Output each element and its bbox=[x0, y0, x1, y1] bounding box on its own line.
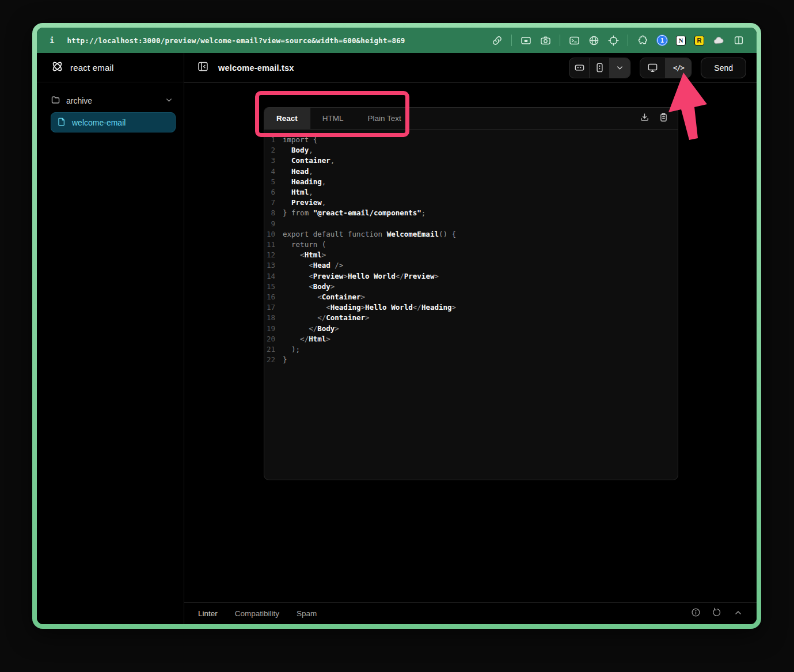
picture-in-picture-icon[interactable] bbox=[521, 35, 531, 46]
folder-label: archive bbox=[66, 96, 92, 105]
info-circle-icon[interactable] bbox=[691, 608, 701, 620]
line-number: 5 bbox=[264, 177, 283, 187]
camera-icon[interactable] bbox=[540, 35, 551, 46]
code-lines[interactable]: 1import {2 Body,3 Container,4 Head,5 Hea… bbox=[264, 130, 678, 480]
page-title: welcome-email.tsx bbox=[218, 63, 294, 73]
info-icon[interactable]: i bbox=[50, 36, 54, 45]
line-number: 6 bbox=[264, 187, 283, 198]
download-icon[interactable] bbox=[640, 112, 649, 124]
code-line: 5 Heading, bbox=[264, 177, 678, 187]
react-email-logo-icon bbox=[51, 60, 64, 75]
terminal-icon[interactable] bbox=[569, 35, 580, 46]
source-code-panel: React HTML Plain Text bbox=[264, 107, 678, 480]
code-line: 22} bbox=[264, 355, 678, 365]
toolbar-divider bbox=[628, 35, 628, 46]
source-format-tabs: React HTML Plain Text bbox=[264, 108, 678, 130]
code-line: 8} from "@react-email/components"; bbox=[264, 208, 678, 218]
react-email-app: react email archive bbox=[37, 53, 757, 624]
split-view-icon[interactable] bbox=[734, 35, 744, 45]
line-number: 4 bbox=[264, 166, 283, 177]
line-number: 3 bbox=[264, 155, 283, 166]
viewport-size-controls bbox=[569, 58, 630, 78]
line-number: 8 bbox=[264, 208, 283, 218]
line-number: 2 bbox=[264, 145, 283, 155]
code-line: 7 Preview, bbox=[264, 198, 678, 208]
browser-url-bar[interactable]: i http://localhost:3000/preview/welcome-… bbox=[37, 28, 757, 53]
chevron-up-icon[interactable] bbox=[734, 608, 743, 620]
toolbar-divider bbox=[511, 35, 512, 46]
code-icon: </> bbox=[673, 64, 684, 72]
line-number: 11 bbox=[264, 240, 283, 250]
code-line: 11 return ( bbox=[264, 240, 678, 250]
brand[interactable]: react email bbox=[37, 53, 184, 82]
sidebar-item-welcome-email[interactable]: welcome-email bbox=[51, 112, 176, 132]
code-line: 20 </Html> bbox=[264, 334, 678, 344]
code-line: 17 <Heading>Hello World</Heading> bbox=[264, 302, 678, 313]
onepassword-icon[interactable]: 1 bbox=[657, 35, 667, 45]
code-line: 19 </Body> bbox=[264, 324, 678, 334]
sidebar: react email archive bbox=[37, 53, 184, 624]
view-source-button[interactable]: </> bbox=[666, 58, 691, 78]
brand-label: react email bbox=[70, 63, 114, 73]
cloud-icon[interactable] bbox=[713, 35, 725, 47]
bottom-bar: Linter Compatibility Spam bbox=[184, 602, 757, 624]
email-tree: archive welcome-email bbox=[37, 82, 184, 132]
tab-react[interactable]: React bbox=[264, 108, 310, 129]
line-number: 9 bbox=[264, 219, 283, 229]
chevron-down-icon[interactable] bbox=[165, 96, 173, 106]
code-line: 4 Head, bbox=[264, 166, 678, 177]
sidebar-folder-archive[interactable]: archive bbox=[43, 92, 178, 110]
browser-window: i http://localhost:3000/preview/welcome-… bbox=[32, 23, 761, 629]
line-number: 22 bbox=[264, 355, 283, 365]
code-line: 2 Body, bbox=[264, 145, 678, 155]
line-number: 12 bbox=[264, 250, 283, 260]
sidebar-item-label: welcome-email bbox=[72, 118, 126, 127]
viewport-dropdown-button[interactable] bbox=[610, 58, 630, 78]
send-button[interactable]: Send bbox=[701, 58, 746, 78]
collapse-sidebar-icon[interactable] bbox=[197, 60, 209, 75]
line-number: 1 bbox=[264, 135, 283, 145]
main-panel: welcome-email.tsx bbox=[184, 53, 757, 624]
code-line: 16 <Container> bbox=[264, 292, 678, 302]
link-icon[interactable] bbox=[492, 35, 503, 46]
line-number: 17 bbox=[264, 302, 283, 313]
line-number: 19 bbox=[264, 324, 283, 334]
tab-linter[interactable]: Linter bbox=[198, 609, 218, 618]
code-line: 3 Container, bbox=[264, 155, 678, 166]
tab-plain-text[interactable]: Plain Text bbox=[356, 108, 413, 129]
url-text[interactable]: http://localhost:3000/preview/welcome-em… bbox=[67, 36, 405, 45]
crosshair-icon[interactable] bbox=[608, 35, 619, 46]
notion-icon[interactable]: N bbox=[676, 36, 686, 45]
code-line: 6 Html, bbox=[264, 187, 678, 198]
view-mode-controls: </> bbox=[640, 58, 692, 78]
code-line: 21 ); bbox=[264, 344, 678, 355]
code-line: 10export default function WelcomeEmail()… bbox=[264, 229, 678, 240]
code-line: 14 <Preview>Hello World</Preview> bbox=[264, 271, 678, 282]
code-line: 9 bbox=[264, 219, 678, 229]
toolbar-divider bbox=[560, 35, 560, 46]
code-line: 1import { bbox=[264, 135, 678, 145]
line-number: 18 bbox=[264, 313, 283, 323]
r-extension-icon[interactable]: R bbox=[694, 36, 704, 45]
tab-spam[interactable]: Spam bbox=[297, 609, 317, 618]
tab-html[interactable]: HTML bbox=[310, 108, 356, 129]
copy-icon[interactable] bbox=[659, 112, 668, 124]
folder-icon bbox=[51, 95, 60, 107]
line-number: 7 bbox=[264, 198, 283, 208]
code-line: 12 <Html> bbox=[264, 250, 678, 260]
refresh-icon[interactable] bbox=[712, 608, 722, 620]
code-line: 15 <Body> bbox=[264, 282, 678, 292]
line-number: 10 bbox=[264, 229, 283, 240]
globe-icon[interactable] bbox=[588, 35, 599, 46]
line-number: 20 bbox=[264, 334, 283, 344]
line-number: 16 bbox=[264, 292, 283, 302]
viewport-portrait-button[interactable] bbox=[590, 58, 610, 78]
viewport-landscape-button[interactable] bbox=[569, 58, 590, 78]
tab-compatibility[interactable]: Compatibility bbox=[235, 609, 279, 618]
preview-desktop-button[interactable] bbox=[640, 58, 666, 78]
main-header: welcome-email.tsx bbox=[184, 53, 757, 83]
line-number: 21 bbox=[264, 344, 283, 355]
code-line: 13 <Head /> bbox=[264, 260, 678, 271]
extensions-puzzle-icon[interactable] bbox=[637, 35, 648, 46]
line-number: 15 bbox=[264, 282, 283, 292]
